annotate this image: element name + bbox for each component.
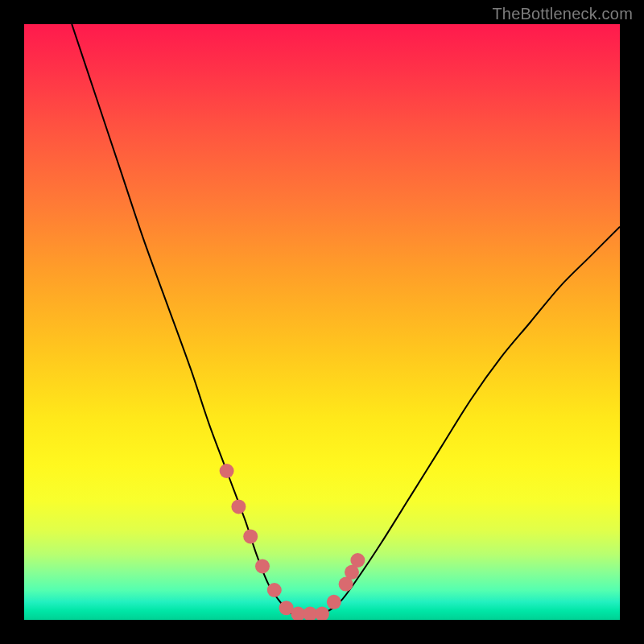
highlight-dot	[315, 607, 329, 620]
highlight-dot	[350, 553, 365, 568]
highlight-dot	[267, 583, 282, 597]
curve-svg	[24, 24, 620, 620]
highlight-dot	[255, 559, 270, 573]
highlight-dot	[231, 499, 246, 514]
chart-frame: TheBottleneck.com	[0, 0, 644, 644]
watermark-text: TheBottleneck.com	[492, 5, 633, 23]
marker-layer	[220, 464, 365, 620]
highlight-dot	[243, 529, 258, 543]
curve-layer	[72, 24, 620, 615]
plot-area	[24, 24, 620, 620]
bottleneck-curve	[72, 24, 620, 615]
highlight-dot	[327, 595, 341, 609]
highlight-dot	[220, 464, 234, 478]
